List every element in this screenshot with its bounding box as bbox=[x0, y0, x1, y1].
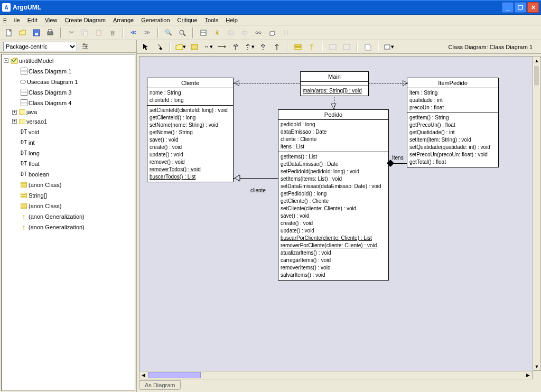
member[interactable]: getItems() : List bbox=[281, 153, 386, 161]
new-dep-icon[interactable]: ▾ bbox=[244, 41, 255, 53]
member[interactable]: removerItems() : void bbox=[281, 264, 386, 272]
member[interactable]: getQuatidade() : int bbox=[409, 129, 496, 136]
member[interactable]: save() : void bbox=[281, 212, 386, 220]
activitydiag-icon[interactable] bbox=[239, 27, 250, 39]
new-dep2-icon[interactable] bbox=[271, 41, 283, 53]
statediag-icon[interactable] bbox=[225, 27, 237, 39]
menu-critique[interactable]: Critique bbox=[178, 17, 198, 23]
zoom-icon[interactable] bbox=[176, 27, 188, 39]
dependency-main-itempedido[interactable] bbox=[369, 83, 407, 83]
seqdiag-icon[interactable] bbox=[280, 27, 292, 39]
nav-fwd-icon[interactable]: ≫ bbox=[142, 27, 153, 39]
member[interactable]: setNome(nome: String) : void bbox=[150, 122, 231, 129]
member[interactable]: nome : String bbox=[150, 89, 231, 97]
tree-item[interactable]: java bbox=[26, 108, 37, 116]
model-tree[interactable]: −untitledModel Class Diagram 1Usecase Di… bbox=[1, 54, 135, 391]
menu-create-diagram[interactable]: Create Diagram bbox=[64, 17, 106, 23]
save-icon[interactable] bbox=[31, 27, 42, 39]
menu-edit[interactable]: Edit bbox=[27, 17, 38, 23]
member[interactable]: setPedidoId(pedidoId: long) : void bbox=[281, 168, 386, 175]
tree-item[interactable]: Class Diagram 4 bbox=[29, 99, 71, 107]
member[interactable]: getNome() : String bbox=[150, 129, 231, 136]
tree-item[interactable]: String[] bbox=[29, 191, 47, 200]
new-assocend-icon[interactable]: ⟶ bbox=[216, 41, 228, 53]
member[interactable]: atualizarItems() : void bbox=[281, 249, 386, 257]
member[interactable]: carregarItems() : void bbox=[281, 257, 386, 264]
member[interactable]: setItem(item: String) : void bbox=[409, 136, 496, 144]
minimize-button[interactable]: _ bbox=[502, 2, 514, 13]
member[interactable]: buscarPorCliente(cliente: Cliente) : Lis… bbox=[281, 235, 386, 242]
member[interactable]: precoUn : float bbox=[409, 104, 496, 111]
find-icon[interactable]: 🔍 bbox=[163, 27, 174, 39]
tree-toggle[interactable]: + bbox=[12, 110, 17, 115]
collabdiag-icon[interactable] bbox=[253, 27, 264, 39]
tree-item[interactable]: void bbox=[29, 128, 39, 136]
tree-item[interactable]: (anon Class) bbox=[29, 181, 61, 189]
horizontal-scrollbar[interactable]: ◀▶ bbox=[139, 371, 533, 379]
member[interactable]: buscarTodos() : List bbox=[150, 173, 231, 181]
member[interactable]: setQuatidade(quatidade: int) : void bbox=[409, 144, 496, 151]
new-attr-icon[interactable] bbox=[292, 41, 304, 53]
tree-item[interactable]: Usecase Diagram 1 bbox=[27, 78, 78, 86]
usecase-icon[interactable] bbox=[211, 27, 223, 39]
member[interactable]: quatidade : int bbox=[409, 97, 496, 104]
member[interactable]: cliente : Cliente bbox=[281, 136, 386, 143]
uml-class-itempedido[interactable]: ItemPedido item : Stringquatidade : intp… bbox=[407, 78, 499, 167]
member[interactable]: getTotal() : float bbox=[409, 158, 496, 166]
member[interactable]: removerPorCliente(cliente: Cliente) : vo… bbox=[281, 242, 386, 249]
uml-class-main[interactable]: Main main(args: String[]) : void bbox=[300, 71, 369, 96]
new-comment-icon[interactable] bbox=[362, 41, 374, 53]
member[interactable]: clienteId : long bbox=[150, 97, 231, 104]
new-rect-icon[interactable]: ▾ bbox=[383, 41, 395, 53]
member[interactable]: getDataEmissao() : Date bbox=[281, 161, 386, 168]
tree-item[interactable]: (anon Generalization) bbox=[29, 223, 85, 231]
tree-item[interactable]: Class Diagram 1 bbox=[29, 67, 71, 76]
tree-item[interactable]: boolean bbox=[29, 170, 49, 179]
new-assoc-icon[interactable]: ↔▾ bbox=[202, 41, 214, 53]
member[interactable]: setDataEmissao(dataEmissao: Date) : void bbox=[281, 183, 386, 190]
member[interactable]: getCliente() : Cliente bbox=[281, 198, 386, 205]
perspective-config-icon[interactable] bbox=[80, 42, 90, 51]
tree-item[interactable]: float bbox=[29, 160, 40, 168]
new-package-icon[interactable]: ▾ bbox=[175, 41, 186, 53]
close-button[interactable]: ✕ bbox=[527, 2, 539, 13]
broom-tool-icon[interactable] bbox=[154, 41, 165, 53]
member[interactable]: removerTodos() : void bbox=[150, 166, 231, 173]
member[interactable]: create() : void bbox=[281, 220, 386, 227]
member[interactable]: save() : void bbox=[150, 136, 231, 144]
menu-view[interactable]: View bbox=[45, 17, 58, 23]
member[interactable]: getItem() : String bbox=[409, 114, 496, 122]
new-signal-icon[interactable] bbox=[341, 41, 352, 53]
tree-root[interactable]: untitledModel bbox=[19, 57, 53, 65]
member[interactable]: remove() : void bbox=[150, 158, 231, 166]
paste-icon[interactable]: 📋 bbox=[93, 27, 105, 39]
member[interactable]: item : String bbox=[409, 89, 496, 97]
menu-file[interactable]: File bbox=[3, 17, 20, 23]
tree-item[interactable]: (anon Generalization) bbox=[29, 212, 85, 221]
new-class-icon[interactable] bbox=[189, 41, 200, 53]
tree-item[interactable]: (anon Class) bbox=[29, 202, 61, 210]
member[interactable]: setClienteId(clienteId: long) : void bbox=[150, 107, 231, 114]
tree-toggle[interactable]: + bbox=[12, 119, 17, 124]
member[interactable]: main(args: String[]) : void bbox=[303, 87, 366, 95]
new-gen-icon[interactable] bbox=[230, 41, 241, 53]
new-icon[interactable] bbox=[3, 27, 15, 39]
member[interactable]: setItems(items: List) : void bbox=[281, 175, 386, 183]
menu-arrange[interactable]: Arrange bbox=[113, 17, 134, 23]
tree-item[interactable]: versao1 bbox=[26, 117, 47, 126]
member[interactable]: salvarItems() : void bbox=[281, 272, 386, 279]
cut-icon[interactable]: ✂ bbox=[66, 27, 77, 39]
tree-item[interactable]: long bbox=[29, 149, 40, 157]
member[interactable]: update() : void bbox=[150, 151, 231, 158]
menu-tools[interactable]: Tools bbox=[205, 17, 219, 23]
member[interactable]: update() : void bbox=[281, 227, 386, 235]
member[interactable]: getPedidoId() : long bbox=[281, 190, 386, 198]
dependency-main-cliente[interactable] bbox=[234, 83, 300, 83]
member[interactable]: dataEmissao : Date bbox=[281, 128, 386, 136]
delete-icon[interactable]: 🗑 bbox=[107, 27, 118, 39]
new-interface-icon[interactable] bbox=[327, 41, 339, 53]
member[interactable]: setPrecoUn(precoUn: float) : void bbox=[409, 151, 496, 158]
diagram-canvas[interactable]: Main main(args: String[]) : void Cliente… bbox=[139, 56, 533, 371]
classdiag-icon[interactable] bbox=[198, 27, 209, 39]
nav-back-icon[interactable]: ≪ bbox=[128, 27, 139, 39]
